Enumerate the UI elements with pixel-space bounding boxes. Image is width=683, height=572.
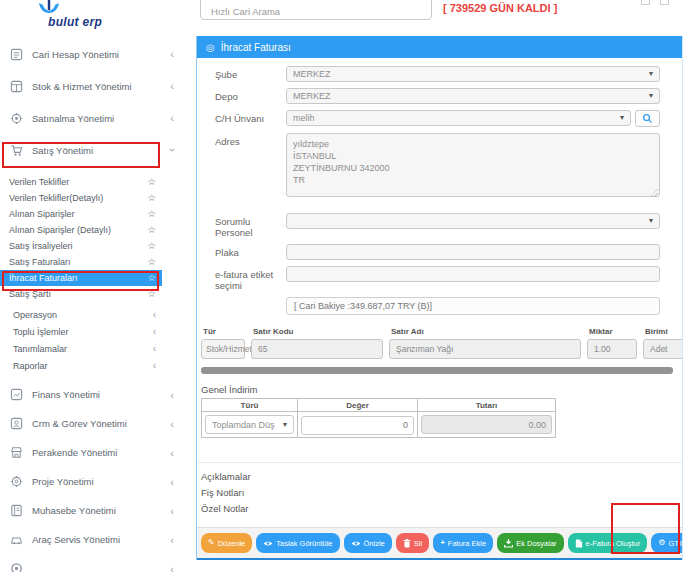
panel-bottom-border [197, 558, 682, 560]
sidebar-item-label: Cari Hesap Yönetimi [32, 49, 119, 60]
header-icon[interactable] [641, 0, 650, 5]
horizontal-scrollbar[interactable] [201, 367, 673, 374]
customer-search-button[interactable] [635, 110, 660, 127]
ozel-notlar-label[interactable]: Özel Notlar [201, 501, 682, 517]
ek-dosyalar-button[interactable]: Ek Dosyalar [497, 533, 563, 553]
inventory-box-icon [10, 80, 23, 93]
sidebar-item-verilen-teklifler-detayli[interactable]: Verilen Teklifler(Detaylı) ☆ [0, 190, 162, 206]
sidebar-item-perakende-yonetimi[interactable]: Perakende Yönetimi ‹ [0, 438, 196, 467]
chevron-left-icon: ‹ [170, 418, 174, 429]
sidebar-item-label: İhracat Faturaları [9, 273, 78, 283]
sidebar-item-satis-irsaliyeleri[interactable]: Satış İrsaliyeleri ☆ [0, 238, 162, 254]
discount-type-select[interactable]: Toplamdan Düş ▾ [205, 415, 294, 434]
quick-customer-search-input[interactable] [200, 0, 432, 20]
sidebar-item-muhasebe-yonetimi[interactable]: Muhasebe Yönetimi ‹ [0, 496, 196, 525]
discount-type-value: Toplamdan Düş [212, 420, 275, 430]
sidebar-item-label: Alınan Siparişler [9, 209, 75, 219]
action-button-bar: ✎ Düzenle Taslak Görüntüle Önizle Sil + … [197, 527, 682, 558]
button-label: Ek Dosyalar [516, 539, 556, 548]
sidebar-item-label: Raporlar [13, 361, 48, 371]
caret-down-icon: ▾ [620, 114, 624, 122]
favorite-star-icon[interactable]: ☆ [147, 193, 156, 203]
crm-icon [10, 417, 23, 430]
sidebar-item-stok-hizmet-yonetimi[interactable]: Stok & Hizmet Yönetimi ‹ [0, 70, 196, 102]
app-screen: bulut erp [ 739529 GÜN KALDI ] Cari Hesa… [0, 0, 683, 572]
button-label: Fatura Ekle [448, 539, 486, 548]
gtip-guncelle-button[interactable]: ⚙ GTIP Güncelle [651, 533, 682, 553]
sube-select[interactable]: MERKEZ ▾ [286, 66, 660, 82]
items-header-row: Tür Satır Kodu Satır Adı Miktar Birimi [201, 327, 683, 336]
sorumlu-personel-select[interactable]: ▾ [286, 213, 660, 229]
sidebar-item-toplu-islemler[interactable]: Toplu İşlemler ‹ [0, 323, 162, 340]
notes-section: Açıklamalar Fiş Notları Özel Notlar [201, 469, 682, 517]
favorite-star-icon[interactable]: ☆ [147, 289, 156, 299]
aciklamalar-label[interactable]: Açıklamalar [201, 469, 682, 485]
item-name-field[interactable]: Şanzıman Yağı [389, 339, 581, 359]
col-header-tur: Tür [201, 327, 245, 336]
cari-unvani-select[interactable]: melih ▾ [286, 110, 631, 126]
eye-icon [263, 540, 273, 547]
taslak-goruntule-button[interactable]: Taslak Görüntüle [256, 533, 339, 553]
favorite-star-icon[interactable]: ☆ [147, 177, 156, 187]
chevron-left-icon: ‹ [170, 81, 174, 92]
sidebar-item-finans-yonetimi[interactable]: Finans Yönetimi ‹ [0, 380, 196, 409]
section-divider [197, 462, 682, 463]
favorite-star-icon[interactable]: ☆ [147, 257, 156, 267]
chevron-left-icon: ‹ [170, 447, 174, 458]
chevron-left-icon: ‹ [170, 476, 174, 487]
button-label: Düzenle [218, 539, 246, 548]
sidebar-item-crm-gorev-yonetimi[interactable]: Crm & Görev Yönetimi ‹ [0, 409, 196, 438]
sales-submenu: Verilen Teklifler ☆ Verilen Teklifler(De… [0, 174, 196, 302]
logo-text: bulut erp [48, 15, 102, 29]
sidebar-item-satis-faturalari[interactable]: Satış Faturaları ☆ [0, 254, 162, 270]
sidebar-item-satis-yonetimi[interactable]: Satış Yönetimi ‹ [0, 134, 196, 166]
sidebar-item-label: Alınan Siparişler (Detaylı) [9, 225, 111, 235]
page-title: İhracat Faturası [221, 42, 291, 53]
adres-textarea[interactable]: yıldztepe İSTANBUL ZEYTİNBURNU 342000 TR [286, 133, 660, 197]
plaka-input[interactable] [286, 244, 660, 260]
favorite-star-icon[interactable]: ☆ [147, 241, 156, 251]
item-quantity-field[interactable]: 1.00 [587, 339, 637, 359]
efatura-olustur-button[interactable]: e-Fatura Oluştur [568, 533, 648, 553]
sidebar-item-satis-sarti[interactable]: Satış Şartı ☆ [0, 286, 162, 302]
sidebar-item-tanimlamalar[interactable]: Tanımlamalar ‹ [0, 340, 162, 357]
favorite-star-icon[interactable]: ☆ [147, 209, 156, 219]
duzenle-button[interactable]: ✎ Düzenle [201, 533, 252, 553]
chevron-down-icon: ‹ [167, 148, 178, 152]
header-icon[interactable] [660, 0, 669, 5]
sidebar-item-label: Verilen Teklifler(Detaylı) [9, 193, 103, 203]
discount-col-tutari: Tutarı [418, 399, 556, 412]
sidebar-item-label: Verilen Teklifler [9, 177, 69, 187]
sidebar-item-proje-yonetimi[interactable]: Proje Yönetimi ‹ [0, 467, 196, 496]
sidebar-item-label: Tanımlamalar [13, 344, 67, 354]
chevron-left-icon: ‹ [153, 310, 156, 320]
discount-value-input[interactable] [301, 416, 414, 435]
item-code-field[interactable]: 65 [251, 339, 383, 359]
item-type-select[interactable]: Stok/Hizmet ▾ [201, 339, 245, 359]
sidebar-item-cari-hesap-yonetimi[interactable]: Cari Hesap Yönetimi ‹ [0, 38, 196, 70]
sil-button[interactable]: Sil [396, 533, 429, 553]
onizle-button[interactable]: Önizle [344, 533, 392, 553]
depo-select[interactable]: MERKEZ ▾ [286, 88, 660, 104]
sidebar-item-raporlar[interactable]: Raporlar ‹ [0, 357, 162, 374]
sube-value: MERKEZ [293, 69, 331, 79]
sidebar-item-alinan-siparisler[interactable]: Alınan Siparişler ☆ [0, 206, 162, 222]
trash-icon [403, 539, 411, 548]
sidebar-item-ihracat-faturalari[interactable]: İhracat Faturaları ☆ [0, 270, 162, 286]
favorite-star-icon[interactable]: ☆ [147, 225, 156, 235]
efatura-etiket-input[interactable] [286, 266, 660, 282]
sidebar-item-partial[interactable]: ‹ [0, 554, 196, 572]
item-unit-field[interactable]: Adet [643, 339, 683, 359]
sidebar-item-satinalma-yonetimi[interactable]: Satınalma Yönetimi ‹ [0, 102, 196, 134]
chevron-left-icon: ‹ [170, 389, 174, 400]
fis-notlari-label[interactable]: Fiş Notları [201, 485, 682, 501]
discount-total-display: 0.00 [421, 415, 552, 434]
invoice-panel: ◎ İhracat Faturası Şube MERKEZ ▾ Depo ME… [196, 36, 683, 560]
sidebar-item-verilen-teklifler[interactable]: Verilen Teklifler ☆ [0, 174, 162, 190]
sidebar-item-alinan-siparisler-detayli[interactable]: Alınan Siparişler (Detaylı) ☆ [0, 222, 162, 238]
button-label: GTIP Güncelle [668, 539, 682, 548]
favorite-star-icon[interactable]: ☆ [147, 273, 156, 283]
sidebar-item-arac-servis-yonetimi[interactable]: Araç Servis Yönetimi ‹ [0, 525, 196, 554]
fatura-ekle-button[interactable]: + Fatura Ekle [433, 533, 493, 553]
sidebar-item-operasyon[interactable]: Operasyon ‹ [0, 306, 162, 323]
